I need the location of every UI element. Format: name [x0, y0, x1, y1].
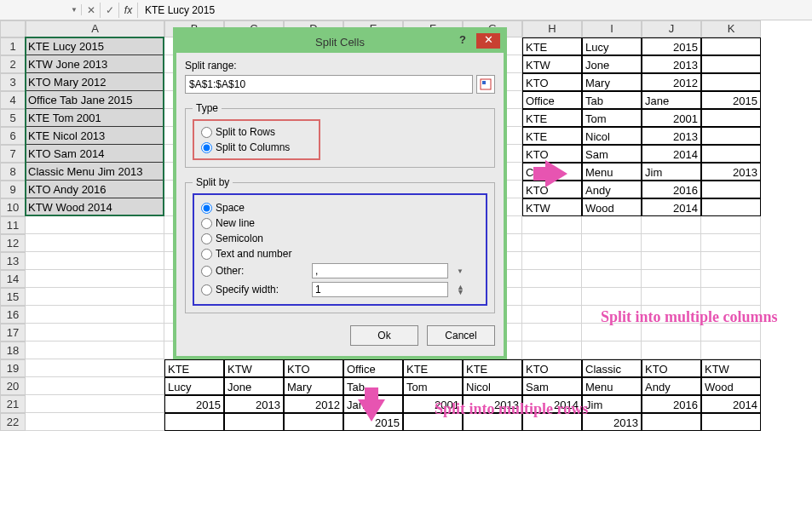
- result-row-cell[interactable]: Menu: [582, 377, 642, 395]
- splitby-other-radio[interactable]: Other:: [201, 263, 303, 278]
- cell[interactable]: [522, 216, 582, 234]
- split-range-input[interactable]: [185, 75, 473, 94]
- split-to-rows-radio[interactable]: Split to Rows: [201, 124, 312, 140]
- result-row-cell[interactable]: 2015: [164, 395, 224, 413]
- col-header-K[interactable]: K: [701, 20, 761, 37]
- row-header-7[interactable]: 7: [0, 145, 26, 163]
- cell[interactable]: [26, 359, 164, 377]
- result-row-cell[interactable]: KTO: [284, 359, 343, 377]
- accept-formula-icon[interactable]: ✓: [101, 3, 119, 18]
- result-row-cell[interactable]: KTE: [164, 359, 224, 377]
- cell[interactable]: [522, 252, 582, 270]
- result-col-cell[interactable]: [701, 181, 761, 198]
- cell[interactable]: [582, 270, 642, 288]
- result-col-cell[interactable]: KTW: [522, 198, 582, 216]
- cell[interactable]: [701, 288, 761, 306]
- cell[interactable]: [642, 216, 701, 234]
- splitby-width-radio[interactable]: Specify width:: [201, 282, 303, 297]
- result-row-cell[interactable]: KTW: [701, 359, 761, 377]
- result-col-cell[interactable]: 2014: [642, 145, 701, 163]
- cell[interactable]: [582, 216, 642, 234]
- source-cell[interactable]: KTE Nicol 2013: [26, 127, 164, 145]
- row-header-14[interactable]: 14: [0, 270, 26, 288]
- col-header-I[interactable]: I: [582, 20, 642, 37]
- row-header-3[interactable]: 3: [0, 73, 26, 91]
- result-col-cell[interactable]: 2012: [642, 73, 701, 91]
- source-cell[interactable]: KTE Tom 2001: [26, 109, 164, 127]
- result-col-cell[interactable]: 2013: [701, 163, 761, 181]
- result-row-cell[interactable]: 2014: [701, 395, 761, 413]
- result-row-cell[interactable]: KTW: [224, 359, 284, 377]
- result-col-cell[interactable]: [701, 109, 761, 127]
- row-header-2[interactable]: 2: [0, 55, 26, 73]
- result-row-cell[interactable]: Sam: [522, 377, 582, 395]
- result-col-cell[interactable]: KTE: [522, 37, 582, 55]
- result-row-cell[interactable]: Classic: [582, 359, 642, 377]
- result-col-cell[interactable]: 2016: [642, 181, 701, 198]
- row-header-22[interactable]: 22: [0, 413, 26, 431]
- splitby-textnum-radio[interactable]: Text and number: [201, 246, 479, 261]
- row-header-6[interactable]: 6: [0, 127, 26, 145]
- row-header-13[interactable]: 13: [0, 252, 26, 270]
- result-row-cell[interactable]: [164, 413, 224, 431]
- cancel-formula-icon[interactable]: ✕: [82, 3, 101, 18]
- dialog-titlebar[interactable]: Split Cells ? ✕: [176, 31, 504, 53]
- row-header-11[interactable]: 11: [0, 216, 26, 234]
- split-to-columns-radio[interactable]: Split to Columns: [201, 140, 312, 155]
- result-col-cell[interactable]: Jone: [582, 55, 642, 73]
- cell[interactable]: [522, 270, 582, 288]
- result-col-cell[interactable]: Tom: [582, 109, 642, 127]
- result-col-cell[interactable]: KTE: [522, 127, 582, 145]
- result-row-cell[interactable]: Wood: [701, 377, 761, 395]
- result-col-cell[interactable]: 2015: [642, 37, 701, 55]
- splitby-space-radio[interactable]: Space: [201, 200, 479, 215]
- source-cell[interactable]: KTO Sam 2014: [26, 145, 164, 163]
- cell[interactable]: [582, 324, 642, 341]
- result-row-cell[interactable]: [284, 413, 343, 431]
- result-col-cell[interactable]: [701, 198, 761, 216]
- result-col-cell[interactable]: Lucy: [582, 37, 642, 55]
- result-row-cell[interactable]: Jone: [224, 377, 284, 395]
- source-cell[interactable]: Classic Menu Jim 2013: [26, 163, 164, 181]
- name-box[interactable]: ▼: [0, 4, 82, 15]
- cell[interactable]: [701, 234, 761, 252]
- cell[interactable]: [26, 341, 164, 359]
- source-cell[interactable]: KTW Wood 2014: [26, 198, 164, 216]
- result-col-cell[interactable]: 2013: [642, 55, 701, 73]
- source-cell[interactable]: KTO Mary 2012: [26, 73, 164, 91]
- cell[interactable]: [701, 216, 761, 234]
- cell[interactable]: [26, 377, 164, 395]
- cell[interactable]: [642, 341, 701, 359]
- help-button[interactable]: ?: [454, 33, 471, 49]
- cell[interactable]: [582, 288, 642, 306]
- cell[interactable]: [701, 341, 761, 359]
- result-row-cell[interactable]: 2016: [642, 395, 701, 413]
- cell[interactable]: [582, 234, 642, 252]
- cell[interactable]: [642, 270, 701, 288]
- result-row-cell[interactable]: Office: [343, 359, 403, 377]
- result-row-cell[interactable]: [642, 413, 701, 431]
- fx-icon[interactable]: fx: [119, 3, 138, 18]
- result-row-cell[interactable]: 2013: [582, 413, 642, 431]
- result-row-cell[interactable]: KTO: [642, 359, 701, 377]
- col-header-J[interactable]: J: [642, 20, 701, 37]
- result-row-cell[interactable]: Mary: [284, 377, 343, 395]
- result-row-cell[interactable]: 2013: [224, 395, 284, 413]
- result-row-cell[interactable]: Nicol: [463, 377, 522, 395]
- row-header-17[interactable]: 17: [0, 324, 26, 341]
- result-col-cell[interactable]: Andy: [582, 181, 642, 198]
- cell[interactable]: [642, 288, 701, 306]
- splitby-semicolon-radio[interactable]: Semicolon: [201, 231, 479, 246]
- splitby-newline-radio[interactable]: New line: [201, 215, 479, 231]
- row-header-19[interactable]: 19: [0, 359, 26, 377]
- result-col-cell[interactable]: Office: [522, 91, 582, 109]
- cell[interactable]: [522, 306, 582, 324]
- col-header-H[interactable]: H: [522, 20, 582, 37]
- cell[interactable]: [701, 252, 761, 270]
- close-button[interactable]: ✕: [476, 33, 500, 49]
- col-header-A[interactable]: A: [26, 20, 164, 37]
- row-header-5[interactable]: 5: [0, 109, 26, 127]
- result-col-cell[interactable]: [701, 55, 761, 73]
- cell[interactable]: [26, 252, 164, 270]
- result-col-cell[interactable]: [701, 145, 761, 163]
